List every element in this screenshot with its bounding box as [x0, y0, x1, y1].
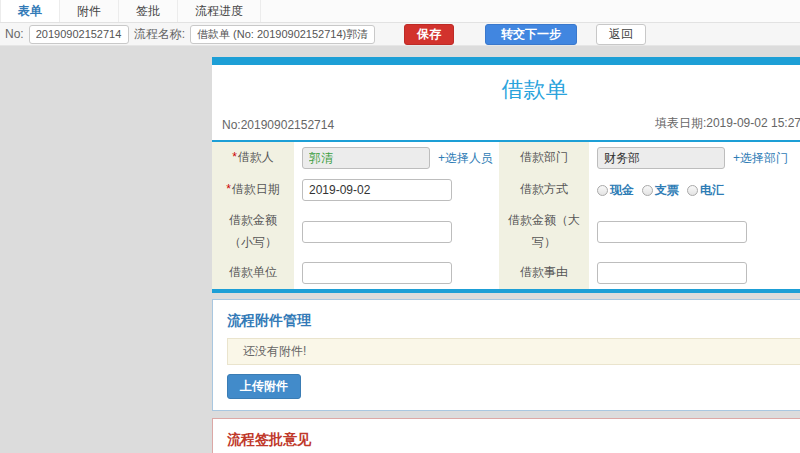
- loan-reason-cell: [589, 257, 800, 289]
- loan-form-card: 借款单 No:20190902152714 填表日期:2019-09-02 15…: [212, 57, 800, 293]
- amount-uppercase-label: 借款金额（大写）: [499, 206, 589, 257]
- select-department-link[interactable]: +选择部门: [733, 150, 788, 167]
- upload-attachment-button[interactable]: 上传附件: [227, 374, 301, 399]
- panel-bottom-bar: [212, 289, 800, 293]
- amount-lowercase-input[interactable]: [302, 221, 452, 243]
- required-mark: *: [232, 150, 237, 164]
- amount-uppercase-cell: [589, 206, 800, 257]
- no-input[interactable]: [29, 25, 129, 44]
- tab-form[interactable]: 表单: [0, 0, 60, 22]
- loan-unit-cell: [294, 257, 499, 289]
- borrower-input[interactable]: [302, 147, 430, 169]
- amount-lowercase-cell: [294, 206, 499, 257]
- amount-lowercase-label: 借款金额（小写）: [212, 206, 294, 257]
- borrower-label: *借款人: [212, 142, 294, 174]
- loan-date-label: *借款日期: [212, 174, 294, 206]
- attachments-card: 流程附件管理 还没有附件! 上传附件: [212, 299, 800, 411]
- panel-top-bar: [212, 57, 800, 65]
- department-input[interactable]: [597, 147, 725, 169]
- radio-icon[interactable]: [687, 185, 698, 196]
- borrower-cell: +选择人员: [294, 142, 499, 174]
- command-bar: No: 流程名称: 保存 转交下一步 返回: [0, 23, 800, 46]
- wire-transfer-radio-option[interactable]: 电汇: [687, 182, 724, 199]
- loan-method-cell: 现金 支票 电汇: [589, 174, 800, 206]
- next-step-button[interactable]: 转交下一步: [485, 24, 577, 45]
- attachments-title: 流程附件管理: [227, 312, 800, 330]
- form-date-text: 填表日期:2019-09-02 15:27:1: [655, 115, 800, 132]
- department-label: 借款部门: [499, 142, 589, 174]
- form-no-text: No:20190902152714: [222, 118, 334, 132]
- tab-progress[interactable]: 流程进度: [178, 0, 261, 22]
- cheque-radio-option[interactable]: 支票: [642, 182, 679, 199]
- loan-date-cell: [294, 174, 499, 206]
- department-cell: +选择部门: [589, 142, 800, 174]
- required-mark: *: [226, 182, 231, 196]
- header: 表单 附件 签批 流程进度 No: 流程名称: 保存 转交下一步 返回: [0, 0, 800, 46]
- process-name-input[interactable]: [190, 25, 375, 44]
- form-grid: *借款人 +选择人员 借款部门 +选择部门 *借款日期: [212, 142, 800, 289]
- no-attachments-notice: 还没有附件!: [227, 338, 800, 365]
- save-button[interactable]: 保存: [404, 24, 454, 45]
- approval-title: 流程签批意见: [227, 431, 800, 449]
- form-title: 借款单: [212, 65, 800, 113]
- radio-icon[interactable]: [642, 185, 653, 196]
- no-label: No:: [5, 27, 24, 41]
- screen: 表单 附件 签批 流程进度 No: 流程名称: 保存 转交下一步 返回 借款单 …: [0, 0, 800, 453]
- loan-date-input[interactable]: [302, 179, 452, 201]
- loan-method-label: 借款方式: [499, 174, 589, 206]
- amount-uppercase-input[interactable]: [597, 221, 747, 243]
- select-person-link[interactable]: +选择人员: [438, 150, 493, 167]
- loan-unit-label: 借款单位: [212, 257, 294, 289]
- form-meta: No:20190902152714 填表日期:2019-09-02 15:27:…: [212, 113, 800, 142]
- loan-method-radio-group: 现金 支票 电汇: [597, 182, 724, 199]
- main-panel: 借款单 No:20190902152714 填表日期:2019-09-02 15…: [212, 57, 800, 453]
- tabbar: 表单 附件 签批 流程进度: [0, 0, 800, 23]
- tab-approval[interactable]: 签批: [119, 0, 178, 22]
- tab-attachments[interactable]: 附件: [60, 0, 119, 22]
- cash-radio-option[interactable]: 现金: [597, 182, 634, 199]
- loan-unit-input[interactable]: [302, 262, 452, 284]
- back-button[interactable]: 返回: [596, 24, 646, 45]
- process-name-label: 流程名称:: [134, 26, 185, 43]
- loan-reason-label: 借款事由: [499, 257, 589, 289]
- radio-icon[interactable]: [597, 185, 608, 196]
- approval-card: 流程签批意见 B I abc: [212, 418, 800, 453]
- loan-reason-input[interactable]: [597, 262, 747, 284]
